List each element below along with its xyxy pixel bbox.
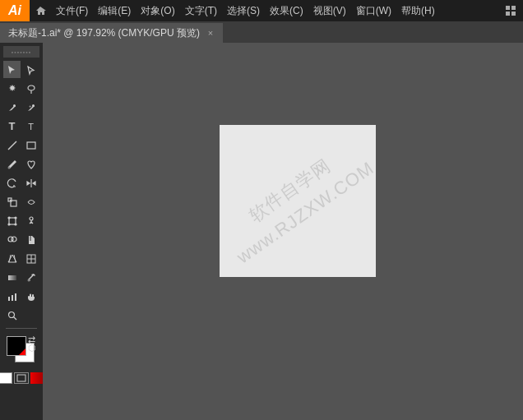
svg-point-43 xyxy=(8,312,14,317)
tool-row-12 xyxy=(3,269,39,286)
menu-item-编辑[interactable]: 编辑(E) xyxy=(93,0,136,21)
svg-rect-10 xyxy=(27,142,35,149)
tool-row-5 xyxy=(3,136,39,154)
type-tool[interactable]: T xyxy=(3,118,21,135)
outline-mode-icon[interactable] xyxy=(14,372,29,384)
svg-rect-38 xyxy=(8,275,16,280)
titlebar: Ai 文件(F)编辑(E)对象(O)文字(T)选择(S)效果(C)视图(V)窗口… xyxy=(0,0,523,21)
menu-item-文字[interactable]: 文字(T) xyxy=(180,0,222,21)
svg-point-39 xyxy=(27,279,30,281)
menubar: 文件(F)编辑(E)对象(O)文字(T)选择(S)效果(C)视图(V)窗口(W)… xyxy=(51,0,500,21)
perspective-grid-tool[interactable] xyxy=(3,250,21,267)
svg-point-4 xyxy=(28,85,35,90)
pen-tool[interactable] xyxy=(3,99,21,116)
direct-selection-tool[interactable] xyxy=(22,61,39,78)
svg-marker-14 xyxy=(33,182,35,185)
svg-point-7 xyxy=(32,104,35,107)
artboard xyxy=(220,125,376,277)
shape-builder-tool[interactable] xyxy=(3,231,21,248)
scale-tool[interactable] xyxy=(3,193,21,210)
blob-brush-tool[interactable] xyxy=(22,155,39,173)
layout-icon-button[interactable] xyxy=(500,0,521,21)
app-logo: Ai xyxy=(0,0,30,21)
svg-point-23 xyxy=(30,217,33,220)
tool-row-4: T T xyxy=(3,118,39,135)
svg-rect-3 xyxy=(511,12,516,16)
tool-row-14 xyxy=(3,307,39,324)
mode-icons-row xyxy=(0,372,45,384)
normal-mode-icon[interactable] xyxy=(0,372,12,384)
add-anchor-tool[interactable]: + xyxy=(22,99,39,116)
warp-tool[interactable] xyxy=(22,193,39,210)
canvas-area[interactable]: 软件自学网 www.RJZXW.COM xyxy=(43,43,523,420)
tool-row-2 xyxy=(3,80,39,97)
menu-item-文件[interactable]: 文件(F) xyxy=(51,0,93,21)
reset-colors-button[interactable]: ⬡ xyxy=(28,343,36,353)
line-tool[interactable] xyxy=(3,136,21,154)
zoom-tool[interactable] xyxy=(3,307,21,324)
svg-rect-0 xyxy=(506,6,510,10)
tool-row-1 xyxy=(3,61,39,78)
svg-rect-45 xyxy=(17,375,25,381)
live-paint-bucket[interactable] xyxy=(22,231,39,248)
graph-tool[interactable] xyxy=(3,288,21,305)
menu-item-效果[interactable]: 效果(C) xyxy=(265,0,308,21)
eyedropper-tool[interactable] xyxy=(22,269,39,286)
svg-line-44 xyxy=(13,316,16,320)
tabbar: 未标题-1.ai* @ 197.92% (CMYK/GPU 预览) × xyxy=(0,21,523,43)
tool-row-6 xyxy=(3,155,39,173)
hand-tool[interactable] xyxy=(22,288,39,305)
svg-marker-13 xyxy=(27,182,30,185)
menu-item-选择[interactable]: 选择(S) xyxy=(222,0,265,21)
color-area: ⇄ ⬡ xyxy=(3,333,39,371)
svg-rect-1 xyxy=(511,6,516,10)
svg-rect-42 xyxy=(15,293,16,301)
tools-ruler: ▪▪▪▪▪▪▪ xyxy=(3,46,39,58)
toolbox: ▪▪▪▪▪▪▪ + xyxy=(0,43,43,420)
svg-point-22 xyxy=(15,224,16,225)
tool-row-11 xyxy=(3,250,39,267)
tool-row-8 xyxy=(3,193,39,210)
svg-rect-18 xyxy=(9,218,16,224)
reflect-tool[interactable] xyxy=(22,174,39,192)
tool-row-13 xyxy=(3,288,39,305)
tab-title: 未标题-1.ai* @ 197.92% (CMYK/GPU 预览) xyxy=(8,26,200,40)
rect-tool[interactable] xyxy=(22,136,39,154)
svg-point-19 xyxy=(8,217,10,219)
tool-row-7 xyxy=(3,174,39,192)
svg-point-11 xyxy=(7,166,10,168)
active-tab[interactable]: 未标题-1.ai* @ 197.92% (CMYK/GPU 预览) × xyxy=(0,23,223,43)
svg-point-20 xyxy=(15,217,16,219)
menu-item-帮助[interactable]: 帮助(H) xyxy=(396,0,440,21)
magic-wand-tool[interactable] xyxy=(3,80,21,97)
svg-text:+: + xyxy=(29,104,32,108)
paintbrush-tool[interactable] xyxy=(3,155,21,173)
tab-close-button[interactable]: × xyxy=(205,27,216,39)
svg-rect-40 xyxy=(8,297,10,301)
mesh-tool[interactable] xyxy=(22,250,39,267)
rotate-tool[interactable] xyxy=(3,174,21,192)
menu-item-窗口[interactable]: 窗口(W) xyxy=(351,0,396,21)
free-transform-tool[interactable] xyxy=(3,212,21,229)
selection-tool[interactable] xyxy=(3,61,21,78)
vertical-type-tool[interactable]: T xyxy=(22,118,39,135)
svg-line-9 xyxy=(8,141,16,150)
menu-item-对象[interactable]: 对象(O) xyxy=(136,0,179,21)
tool-row-3: + xyxy=(3,99,39,116)
svg-rect-2 xyxy=(506,12,510,16)
foreground-color-swatch[interactable] xyxy=(7,336,26,356)
tool-row-10 xyxy=(3,231,39,248)
home-icon-button[interactable] xyxy=(30,0,51,21)
puppet-warp-tool[interactable] xyxy=(22,212,39,229)
svg-point-28 xyxy=(12,237,16,242)
svg-point-21 xyxy=(8,224,10,225)
menu-item-视图[interactable]: 视图(V) xyxy=(308,0,351,21)
svg-rect-41 xyxy=(12,295,13,301)
lasso-tool[interactable] xyxy=(22,80,39,97)
gradient-tool[interactable] xyxy=(3,269,21,286)
tool-separator xyxy=(6,328,37,329)
svg-point-6 xyxy=(13,104,16,107)
tool-row-9 xyxy=(3,212,39,229)
main-area: ▪▪▪▪▪▪▪ + xyxy=(0,43,523,420)
